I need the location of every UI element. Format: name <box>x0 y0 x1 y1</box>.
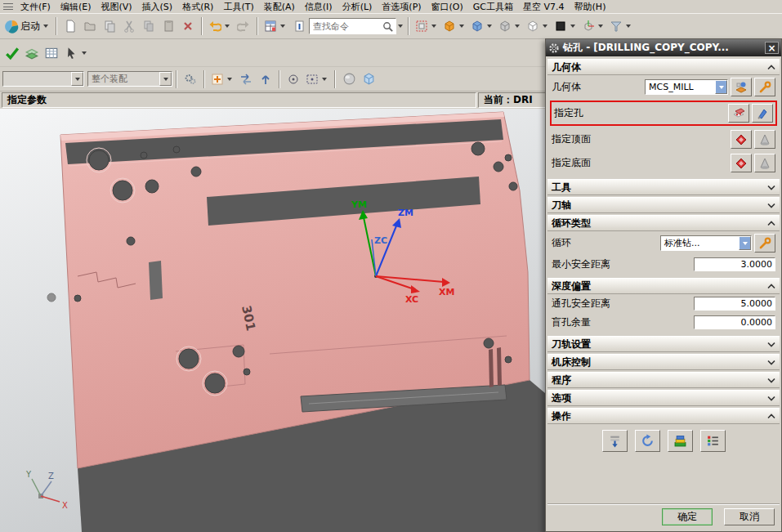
select-geometry-button[interactable] <box>731 78 752 96</box>
geometry-combo-caret[interactable] <box>715 80 727 94</box>
section-geometry-header[interactable]: 几何体 <box>547 59 780 75</box>
dialog-title-bar[interactable]: 钻孔 - [DRILLING_COPY_COPY... × <box>546 39 781 56</box>
through-clearance-input[interactable] <box>694 297 775 311</box>
blind-stock-input[interactable] <box>694 315 775 329</box>
geometry-combo[interactable]: MCS_MILL <box>645 79 728 95</box>
gears-button[interactable] <box>181 69 200 89</box>
background-button[interactable] <box>552 16 579 36</box>
table-view-button[interactable] <box>42 43 61 63</box>
orient-view-button[interactable] <box>440 16 468 36</box>
filter-button[interactable] <box>607 16 635 36</box>
list-toolpath-button[interactable] <box>700 430 726 452</box>
menu-tools[interactable]: 工具(T) <box>218 0 258 14</box>
select-holes-button[interactable] <box>728 104 749 123</box>
edit-geometry-button[interactable] <box>754 78 775 96</box>
paste-button[interactable] <box>159 16 178 36</box>
select-top-face-button[interactable] <box>731 130 752 149</box>
verify-toolpath-button[interactable] <box>668 430 693 452</box>
glass-cube-button[interactable] <box>359 69 378 89</box>
select-bottom-face-button[interactable] <box>731 154 752 172</box>
section-tool-axis-header[interactable]: 刀轴 <box>547 197 780 213</box>
pointer-caret[interactable] <box>82 51 87 55</box>
edit-cycle-button[interactable] <box>754 234 775 253</box>
ok-button[interactable]: 确定 <box>662 508 713 525</box>
menu-window[interactable]: 窗口(O) <box>427 0 468 14</box>
edit-top-face-button[interactable] <box>754 130 775 149</box>
close-icon[interactable]: × <box>765 42 779 54</box>
csys-view-button[interactable] <box>579 16 607 36</box>
shaded-view-button[interactable] <box>468 16 496 36</box>
menu-preferences[interactable]: 首选项(P) <box>377 0 426 14</box>
min-clearance-input[interactable] <box>694 257 775 271</box>
selection-scope-combo[interactable]: 整个装配 <box>87 71 172 87</box>
menu-insert[interactable]: 插入(S) <box>137 0 178 14</box>
bounded-region-caret[interactable] <box>322 78 327 81</box>
undo-dropdown-caret[interactable] <box>225 25 230 28</box>
menu-starsky-plugin[interactable]: 星空 V7.4 <box>518 0 570 14</box>
section-cycle-header[interactable]: 循环类型 <box>547 215 780 231</box>
menu-information[interactable]: 信息(I) <box>300 0 337 14</box>
selection-rect-button[interactable] <box>413 16 440 36</box>
information-button[interactable] <box>289 16 309 36</box>
point-on-circle-button[interactable] <box>284 69 303 89</box>
replay-toolpath-button[interactable] <box>635 430 660 452</box>
selection-rect-caret[interactable] <box>431 25 436 28</box>
new-file-button[interactable] <box>60 16 80 36</box>
finish-sketch-button[interactable] <box>2 43 22 63</box>
sphere-display-button[interactable] <box>339 69 359 89</box>
open-file-button[interactable] <box>80 16 100 36</box>
section-options-header[interactable]: 选项 <box>547 390 780 406</box>
selection-scope-caret[interactable] <box>159 72 172 86</box>
layer-settings-button[interactable] <box>22 43 42 63</box>
filter-caret[interactable] <box>626 25 631 28</box>
orient-view-caret[interactable] <box>459 25 464 28</box>
cycle-combo-caret[interactable] <box>739 236 751 250</box>
menu-view[interactable]: 视图(V) <box>96 0 136 14</box>
copy-button[interactable] <box>139 16 159 36</box>
generate-toolpath-button[interactable] <box>602 430 628 452</box>
graphics-window[interactable]: 301 YM ZM ZC XC XM <box>0 109 545 532</box>
snap-point-button[interactable] <box>208 69 236 89</box>
background-caret[interactable] <box>570 25 575 28</box>
render-style-caret[interactable] <box>543 25 547 28</box>
section-depth-header[interactable]: 深度偏置 <box>547 278 780 294</box>
menu-analysis[interactable]: 分析(L) <box>337 0 378 14</box>
selection-filter-combo[interactable] <box>2 71 84 87</box>
start-button[interactable]: 启动 <box>2 16 52 36</box>
menu-gc-toolbox[interactable]: GC工具箱 <box>468 0 518 14</box>
cut-button[interactable] <box>119 16 139 36</box>
redo-button[interactable] <box>234 16 253 36</box>
up-arrow-button[interactable] <box>256 69 275 89</box>
app-menu-icon[interactable] <box>2 2 14 11</box>
window-layout-button[interactable] <box>261 16 289 36</box>
csys-view-caret[interactable] <box>598 25 603 28</box>
command-search-input[interactable] <box>311 20 382 33</box>
render-style-button[interactable] <box>524 16 552 36</box>
cycle-combo[interactable]: 标准钻... <box>660 235 752 251</box>
snap-point-caret[interactable] <box>227 78 232 81</box>
undo-button[interactable] <box>206 16 234 36</box>
shaded-view-caret[interactable] <box>487 25 492 28</box>
bounded-region-button[interactable] <box>303 69 331 89</box>
search-dropdown-caret[interactable] <box>398 25 403 28</box>
menu-assemblies[interactable]: 装配(A) <box>259 0 300 14</box>
edit-bottom-face-button[interactable] <box>754 154 775 172</box>
section-path-settings-header[interactable]: 刀轨设置 <box>547 336 780 352</box>
section-machine-control-header[interactable]: 机床控制 <box>547 354 780 370</box>
wireframe-view-caret[interactable] <box>515 25 520 28</box>
search-icon[interactable] <box>382 20 394 33</box>
edit-holes-button[interactable] <box>752 104 773 123</box>
cancel-button[interactable]: 取消 <box>724 508 775 525</box>
save-button[interactable] <box>100 16 119 36</box>
section-tool-header[interactable]: 工具 <box>547 179 780 195</box>
selection-filter-caret[interactable] <box>71 72 83 86</box>
section-program-header[interactable]: 程序 <box>547 372 780 388</box>
viewport-canvas[interactable]: 301 YM ZM ZC XC XM <box>0 109 545 532</box>
window-layout-caret[interactable] <box>280 25 285 28</box>
menu-edit[interactable]: 编辑(E) <box>56 0 96 14</box>
delete-button[interactable] <box>178 16 198 36</box>
start-dropdown-caret[interactable] <box>43 25 48 28</box>
menu-file[interactable]: 文件(F) <box>16 0 56 14</box>
move-arrows-button[interactable] <box>236 69 256 89</box>
selection-pointer-button[interactable] <box>61 43 91 63</box>
